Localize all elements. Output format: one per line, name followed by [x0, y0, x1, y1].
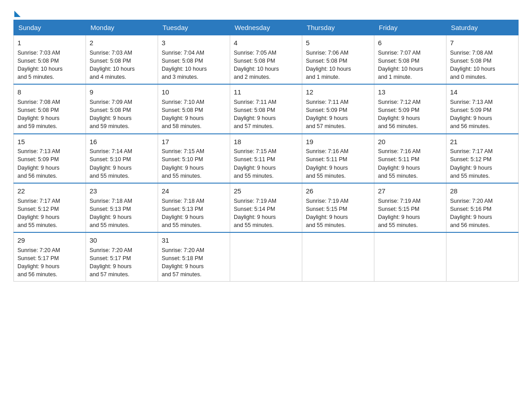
day-info: Sunrise: 7:11 AMSunset: 5:09 PMDaylight:… [306, 99, 348, 129]
calendar-cell: 12Sunrise: 7:11 AMSunset: 5:09 PMDayligh… [302, 84, 374, 133]
day-number: 7 [450, 38, 515, 48]
calendar-cell: 10Sunrise: 7:10 AMSunset: 5:08 PMDayligh… [158, 84, 230, 133]
day-number: 18 [234, 137, 298, 147]
day-number: 2 [90, 38, 154, 48]
day-info: Sunrise: 7:16 AMSunset: 5:11 PMDaylight:… [306, 148, 348, 179]
day-info: Sunrise: 7:20 AMSunset: 5:16 PMDaylight:… [450, 198, 493, 228]
calendar-header-row: SundayMondayTuesdayWednesdayThursdayFrid… [14, 20, 519, 35]
calendar-cell: 25Sunrise: 7:19 AMSunset: 5:14 PMDayligh… [230, 183, 302, 232]
day-info: Sunrise: 7:19 AMSunset: 5:14 PMDaylight:… [234, 198, 276, 228]
calendar-cell: 5Sunrise: 7:06 AMSunset: 5:08 PMDaylight… [302, 35, 374, 85]
day-number: 29 [17, 235, 82, 245]
day-number: 13 [378, 87, 442, 97]
header-saturday: Saturday [446, 20, 519, 35]
calendar-cell: 2Sunrise: 7:03 AMSunset: 5:08 PMDaylight… [86, 35, 158, 85]
calendar-cell: 28Sunrise: 7:20 AMSunset: 5:16 PMDayligh… [446, 183, 519, 232]
header-friday: Friday [374, 20, 446, 35]
day-info: Sunrise: 7:18 AMSunset: 5:13 PMDaylight:… [90, 198, 132, 228]
day-info: Sunrise: 7:19 AMSunset: 5:15 PMDaylight:… [378, 198, 420, 228]
day-number: 3 [162, 38, 226, 48]
calendar-cell: 26Sunrise: 7:19 AMSunset: 5:15 PMDayligh… [302, 183, 374, 232]
day-info: Sunrise: 7:17 AMSunset: 5:12 PMDaylight:… [17, 198, 60, 228]
calendar-table: SundayMondayTuesdayWednesdayThursdayFrid… [13, 20, 519, 282]
header-wednesday: Wednesday [230, 20, 302, 35]
day-number: 22 [17, 186, 82, 196]
calendar-cell: 15Sunrise: 7:13 AMSunset: 5:09 PMDayligh… [14, 134, 86, 183]
page-header [13, 9, 519, 15]
calendar-cell: 20Sunrise: 7:16 AMSunset: 5:11 PMDayligh… [374, 134, 446, 183]
calendar-cell: 17Sunrise: 7:15 AMSunset: 5:10 PMDayligh… [158, 134, 230, 183]
day-info: Sunrise: 7:10 AMSunset: 5:08 PMDaylight:… [162, 99, 204, 129]
calendar-cell: 6Sunrise: 7:07 AMSunset: 5:08 PMDaylight… [374, 35, 446, 85]
calendar-cell: 1Sunrise: 7:03 AMSunset: 5:08 PMDaylight… [14, 35, 86, 85]
day-number: 27 [378, 186, 442, 196]
calendar-cell: 29Sunrise: 7:20 AMSunset: 5:17 PMDayligh… [14, 232, 86, 282]
day-info: Sunrise: 7:13 AMSunset: 5:09 PMDaylight:… [450, 99, 493, 129]
day-info: Sunrise: 7:09 AMSunset: 5:08 PMDaylight:… [90, 99, 132, 129]
day-info: Sunrise: 7:03 AMSunset: 5:08 PMDaylight:… [90, 50, 135, 80]
day-number: 1 [17, 38, 82, 48]
calendar-cell: 11Sunrise: 7:11 AMSunset: 5:08 PMDayligh… [230, 84, 302, 133]
day-info: Sunrise: 7:08 AMSunset: 5:08 PMDaylight:… [450, 50, 495, 80]
day-info: Sunrise: 7:11 AMSunset: 5:08 PMDaylight:… [234, 99, 276, 129]
day-number: 12 [306, 87, 370, 97]
day-number: 23 [90, 186, 154, 196]
calendar-cell: 31Sunrise: 7:20 AMSunset: 5:18 PMDayligh… [158, 232, 230, 282]
day-number: 26 [306, 186, 370, 196]
day-number: 6 [378, 38, 442, 48]
calendar-cell: 8Sunrise: 7:08 AMSunset: 5:08 PMDaylight… [14, 84, 86, 133]
logo-triangle-icon [14, 11, 21, 17]
day-info: Sunrise: 7:19 AMSunset: 5:15 PMDaylight:… [306, 198, 348, 228]
calendar-cell: 22Sunrise: 7:17 AMSunset: 5:12 PMDayligh… [14, 183, 86, 232]
day-info: Sunrise: 7:13 AMSunset: 5:09 PMDaylight:… [17, 148, 60, 179]
calendar-cell [374, 232, 446, 282]
header-tuesday: Tuesday [158, 20, 230, 35]
day-number: 14 [450, 87, 515, 97]
day-number: 24 [162, 186, 226, 196]
calendar-cell: 7Sunrise: 7:08 AMSunset: 5:08 PMDaylight… [446, 35, 519, 85]
calendar-cell [302, 232, 374, 282]
calendar-cell: 13Sunrise: 7:12 AMSunset: 5:09 PMDayligh… [374, 84, 446, 133]
day-number: 19 [306, 137, 370, 147]
day-number: 28 [450, 186, 515, 196]
day-info: Sunrise: 7:18 AMSunset: 5:13 PMDaylight:… [162, 198, 204, 228]
day-info: Sunrise: 7:04 AMSunset: 5:08 PMDaylight:… [162, 50, 207, 80]
day-number: 4 [234, 38, 298, 48]
header-sunday: Sunday [14, 20, 86, 35]
header-thursday: Thursday [302, 20, 374, 35]
calendar-cell: 27Sunrise: 7:19 AMSunset: 5:15 PMDayligh… [374, 183, 446, 232]
calendar-cell: 18Sunrise: 7:15 AMSunset: 5:11 PMDayligh… [230, 134, 302, 183]
calendar-cell: 19Sunrise: 7:16 AMSunset: 5:11 PMDayligh… [302, 134, 374, 183]
day-number: 8 [17, 87, 82, 97]
day-number: 31 [162, 235, 226, 245]
week-row-1: 1Sunrise: 7:03 AMSunset: 5:08 PMDaylight… [14, 35, 519, 85]
day-number: 9 [90, 87, 154, 97]
day-number: 21 [450, 137, 515, 147]
calendar-cell: 3Sunrise: 7:04 AMSunset: 5:08 PMDaylight… [158, 35, 230, 85]
day-number: 16 [90, 137, 154, 147]
calendar-cell: 30Sunrise: 7:20 AMSunset: 5:17 PMDayligh… [86, 232, 158, 282]
day-number: 10 [162, 87, 226, 97]
day-number: 15 [17, 137, 82, 147]
day-info: Sunrise: 7:20 AMSunset: 5:18 PMDaylight:… [162, 247, 204, 278]
day-number: 25 [234, 186, 298, 196]
day-number: 11 [234, 87, 298, 97]
day-info: Sunrise: 7:15 AMSunset: 5:11 PMDaylight:… [234, 148, 276, 179]
day-number: 30 [90, 235, 154, 245]
day-info: Sunrise: 7:14 AMSunset: 5:10 PMDaylight:… [90, 148, 132, 179]
week-row-4: 22Sunrise: 7:17 AMSunset: 5:12 PMDayligh… [14, 183, 519, 232]
day-info: Sunrise: 7:03 AMSunset: 5:08 PMDaylight:… [17, 50, 63, 80]
day-info: Sunrise: 7:07 AMSunset: 5:08 PMDaylight:… [378, 50, 423, 80]
calendar-cell: 14Sunrise: 7:13 AMSunset: 5:09 PMDayligh… [446, 84, 519, 133]
day-number: 20 [378, 137, 442, 147]
calendar-cell [446, 232, 519, 282]
day-info: Sunrise: 7:16 AMSunset: 5:11 PMDaylight:… [378, 148, 420, 179]
calendar-cell: 4Sunrise: 7:05 AMSunset: 5:08 PMDaylight… [230, 35, 302, 85]
day-info: Sunrise: 7:05 AMSunset: 5:08 PMDaylight:… [234, 50, 279, 80]
day-info: Sunrise: 7:12 AMSunset: 5:09 PMDaylight:… [378, 99, 420, 129]
calendar-cell: 16Sunrise: 7:14 AMSunset: 5:10 PMDayligh… [86, 134, 158, 183]
calendar-cell [230, 232, 302, 282]
week-row-5: 29Sunrise: 7:20 AMSunset: 5:17 PMDayligh… [14, 232, 519, 282]
day-info: Sunrise: 7:06 AMSunset: 5:08 PMDaylight:… [306, 50, 351, 80]
week-row-3: 15Sunrise: 7:13 AMSunset: 5:09 PMDayligh… [14, 134, 519, 183]
